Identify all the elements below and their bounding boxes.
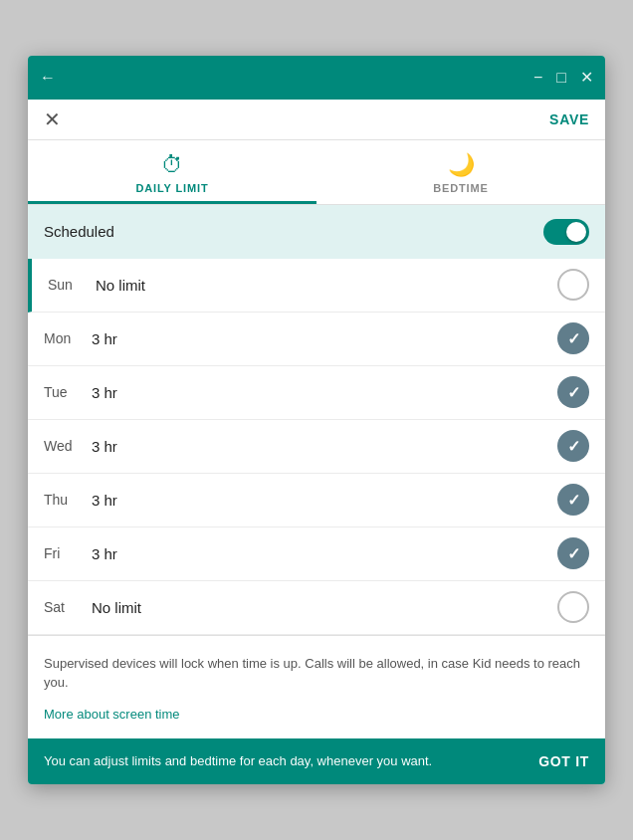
day-check-fri[interactable]	[557, 537, 589, 569]
bottom-banner: You can adjust limits and bedtime for ea…	[28, 738, 605, 784]
day-limit-wed: 3 hr	[92, 438, 557, 455]
info-section: Supervised devices will lock when time i…	[28, 635, 605, 738]
table-row: Sat No limit	[28, 581, 605, 635]
back-icon[interactable]: ←	[40, 70, 56, 86]
days-list: Sun No limit Mon 3 hr Tue 3 hr Wed 3 hr …	[28, 259, 605, 635]
day-check-thu[interactable]	[557, 484, 589, 516]
day-check-sat[interactable]	[557, 591, 589, 623]
title-bar-left: ←	[40, 70, 56, 86]
day-name-tue: Tue	[44, 384, 92, 400]
day-name-thu: Thu	[44, 492, 92, 508]
app-header: ✕ SAVE	[28, 100, 605, 140]
day-name-sat: Sat	[44, 599, 92, 615]
table-row: Thu 3 hr	[28, 474, 605, 527]
day-limit-fri: 3 hr	[92, 545, 557, 562]
tab-bedtime[interactable]: 🌙 BEDTIME	[316, 140, 605, 204]
day-name-sun: Sun	[48, 277, 96, 293]
more-about-screen-time-link[interactable]: More about screen time	[44, 707, 180, 722]
bedtime-icon: 🌙	[448, 152, 475, 178]
scheduled-row: Scheduled	[28, 205, 605, 259]
maximize-icon[interactable]: □	[556, 70, 566, 86]
info-text: Supervised devices will lock when time i…	[44, 654, 589, 693]
tabs-container: ⏱ DAILY LIMIT 🌙 BEDTIME	[28, 140, 605, 205]
day-name-wed: Wed	[44, 438, 92, 454]
day-limit-tue: 3 hr	[92, 384, 557, 401]
title-bar: ← − □ ✕	[28, 56, 605, 100]
day-name-fri: Fri	[44, 545, 92, 561]
daily-limit-icon: ⏱	[161, 152, 183, 178]
day-check-wed[interactable]	[557, 430, 589, 462]
got-it-button[interactable]: GOT IT	[538, 753, 589, 769]
table-row: Tue 3 hr	[28, 366, 605, 420]
table-row: Sun No limit	[28, 259, 605, 313]
tab-daily-label: DAILY LIMIT	[135, 182, 208, 194]
day-name-mon: Mon	[44, 330, 92, 346]
day-check-sun[interactable]	[557, 269, 589, 301]
day-limit-sat: No limit	[92, 599, 557, 616]
window-close-icon[interactable]: ✕	[580, 70, 593, 86]
app-window: ← − □ ✕ ✕ SAVE ⏱ DAILY LIMIT 🌙 BEDTIME S…	[28, 56, 605, 784]
scheduled-label: Scheduled	[44, 223, 114, 240]
tab-bedtime-label: BEDTIME	[433, 182, 489, 194]
close-button[interactable]: ✕	[44, 107, 61, 131]
save-button[interactable]: SAVE	[549, 111, 589, 127]
day-check-mon[interactable]	[557, 322, 589, 354]
banner-text: You can adjust limits and bedtime for ea…	[44, 752, 523, 770]
day-limit-sun: No limit	[96, 277, 557, 294]
table-row: Wed 3 hr	[28, 420, 605, 474]
day-check-tue[interactable]	[557, 376, 589, 408]
title-bar-icons: − □ ✕	[533, 70, 593, 86]
day-limit-thu: 3 hr	[92, 492, 557, 509]
table-row: Mon 3 hr	[28, 313, 605, 366]
table-row: Fri 3 hr	[28, 527, 605, 581]
day-limit-mon: 3 hr	[92, 330, 557, 347]
scheduled-toggle[interactable]	[543, 219, 589, 245]
minimize-icon[interactable]: −	[533, 70, 542, 86]
tab-daily-limit[interactable]: ⏱ DAILY LIMIT	[28, 140, 316, 204]
